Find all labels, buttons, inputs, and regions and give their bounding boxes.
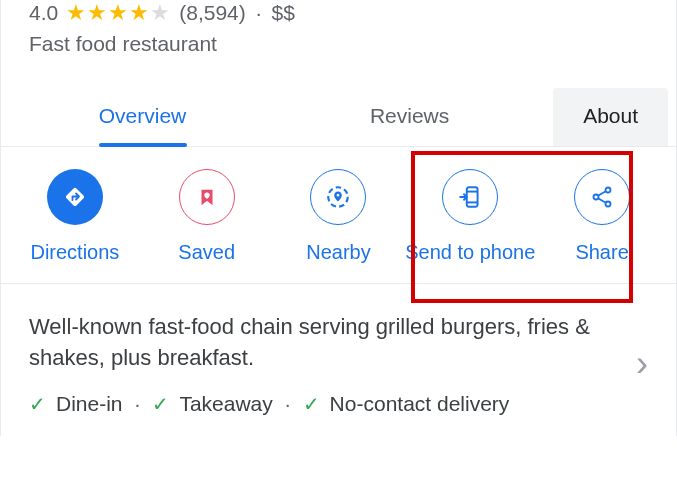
star-rating: ★★★★★	[66, 0, 171, 26]
nearby-icon	[310, 169, 366, 225]
svg-point-2	[337, 194, 340, 197]
send-to-phone-icon	[442, 169, 498, 225]
nearby-button[interactable]: Nearby	[273, 169, 405, 265]
option-takeaway: Takeaway	[179, 392, 272, 416]
nearby-label: Nearby	[306, 239, 370, 265]
directions-button[interactable]: Directions	[9, 169, 141, 265]
chevron-right-icon[interactable]: ›	[628, 343, 656, 385]
tabs-bar: Overview Reviews About	[1, 88, 676, 147]
send-to-phone-button[interactable]: Send to phone	[404, 169, 536, 265]
svg-point-8	[606, 202, 611, 207]
check-icon: ✓	[152, 392, 169, 416]
check-icon: ✓	[303, 392, 320, 416]
share-icon	[574, 169, 630, 225]
option-delivery: No-contact delivery	[330, 392, 510, 416]
service-options: ✓ Dine-in · ✓ Takeaway · ✓ No-contact de…	[29, 392, 616, 416]
tab-about[interactable]: About	[553, 88, 668, 146]
saved-button[interactable]: Saved	[141, 169, 273, 265]
price-level: $$	[272, 1, 295, 25]
svg-rect-3	[467, 187, 478, 207]
directions-icon	[47, 169, 103, 225]
reviews-count[interactable]: (8,594)	[179, 1, 246, 25]
separator-dot: ·	[285, 392, 291, 416]
share-label: Share	[575, 239, 628, 265]
directions-label: Directions	[30, 239, 119, 265]
svg-line-9	[598, 191, 606, 196]
description-section[interactable]: Well-known fast-food chain serving grill…	[1, 284, 676, 436]
share-button[interactable]: Share	[536, 169, 668, 265]
actions-row: Directions Saved	[1, 147, 676, 284]
check-icon: ✓	[29, 392, 46, 416]
svg-line-10	[598, 198, 606, 203]
option-dinein: Dine-in	[56, 392, 123, 416]
rating-value: 4.0	[29, 1, 58, 25]
description-text: Well-known fast-food chain serving grill…	[29, 312, 616, 374]
separator-dot: ·	[135, 392, 141, 416]
rating-row: 4.0 ★★★★★ (8,594) · $$	[29, 0, 648, 26]
saved-icon	[179, 169, 235, 225]
send-to-phone-label: Send to phone	[405, 239, 535, 265]
business-category: Fast food restaurant	[29, 32, 648, 56]
tab-reviews[interactable]: Reviews	[276, 88, 543, 146]
tab-overview[interactable]: Overview	[9, 88, 276, 146]
separator-dot: ·	[256, 1, 262, 25]
saved-label: Saved	[178, 239, 235, 265]
svg-point-6	[606, 188, 611, 193]
